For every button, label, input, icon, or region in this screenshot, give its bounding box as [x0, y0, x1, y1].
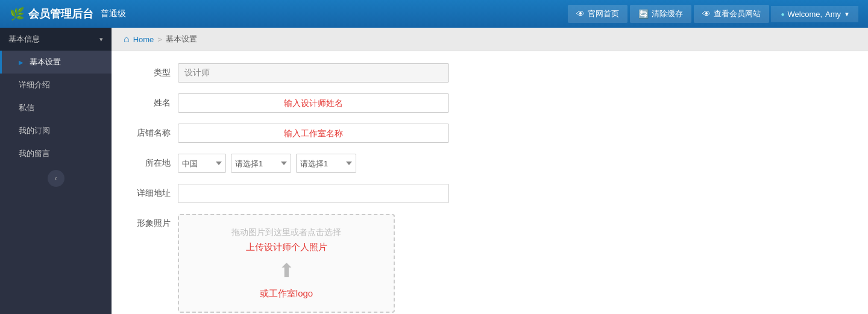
address-label: 详细地址 [130, 184, 178, 199]
sidebar-item-label: 基本设置 [30, 57, 61, 68]
city-select[interactable]: 请选择1 [296, 154, 356, 173]
app-logo: 🌿 会员管理后台 [10, 7, 93, 21]
type-label: 类型 [130, 63, 178, 78]
sidebar-section-basic-info[interactable]: 基本信息 ▾ [0, 28, 112, 51]
user-name: Amy [825, 10, 841, 19]
upload-icon: ⬆ [278, 259, 295, 282]
breadcrumb: ⌂ Home > 基本设置 [112, 28, 868, 51]
basic-settings-form: 类型 姓名 店铺名称 所在地 [112, 51, 868, 314]
sidebar: 基本信息 ▾ ▶ 基本设置 详细介绍 私信 我的订阅 我的留言 ‹ [0, 28, 112, 314]
member-site-button[interactable]: 👁 查看会员网站 [694, 5, 769, 23]
sidebar-section-arrow-icon: ▾ [99, 36, 103, 43]
shop-row: 店铺名称 [130, 124, 850, 143]
shop-label: 店铺名称 [130, 124, 178, 139]
user-dot: ● [781, 11, 784, 17]
sidebar-item-basic-settings[interactable]: ▶ 基本设置 [0, 51, 112, 74]
shop-input[interactable] [178, 124, 449, 143]
member-site-label: 查看会员网站 [714, 8, 761, 19]
sidebar-toggle[interactable]: ‹ [0, 165, 112, 192]
region-select[interactable]: 请选择1 [231, 154, 291, 173]
refresh-icon: 🔄 [638, 9, 649, 19]
address-row: 详细地址 [130, 184, 850, 203]
header: 🌿 会员管理后台 普通级 👁 官网首页 🔄 清除缓存 👁 查看会员网站 ● We… [0, 0, 868, 28]
sidebar-item-detail-intro[interactable]: 详细介绍 [0, 74, 112, 96]
sidebar-section-label: 基本信息 [8, 34, 40, 45]
name-input[interactable] [178, 93, 449, 113]
sidebar-item-label: 私信 [19, 102, 34, 113]
name-label: 姓名 [130, 93, 178, 108]
upload-hint-drag: 拖动图片到这里或者点击选择 [231, 227, 341, 238]
header-nav: 👁 官网首页 🔄 清除缓存 👁 查看会员网站 ● Welcome, Amy ▼ [568, 5, 858, 23]
sidebar-item-messages[interactable]: 私信 [0, 96, 112, 119]
shop-control [178, 124, 449, 143]
sidebar-item-comments[interactable]: 我的留言 [0, 142, 112, 165]
eye-icon: 👁 [576, 9, 585, 19]
photo-control: 拖动图片到这里或者点击选择 上传设计师个人照片 ⬆ 或工作室logo （请上传5… [178, 214, 449, 314]
breadcrumb-home[interactable]: Home [133, 35, 154, 44]
sidebar-item-label: 我的订阅 [19, 125, 50, 136]
dropdown-arrow-icon: ▼ [844, 11, 850, 17]
location-group: 中国 请选择1 请选择1 [178, 154, 449, 173]
official-site-label: 官网首页 [588, 8, 619, 19]
active-arrow-icon: ▶ [19, 59, 24, 66]
official-site-button[interactable]: 👁 官网首页 [568, 5, 627, 23]
address-control [178, 184, 449, 203]
location-row: 所在地 中国 请选择1 请选择1 [130, 154, 850, 173]
name-row: 姓名 [130, 93, 850, 113]
type-input[interactable] [178, 63, 449, 83]
country-select[interactable]: 中国 [178, 154, 226, 173]
clear-cache-label: 清除缓存 [652, 8, 683, 19]
sidebar-item-label: 详细介绍 [19, 80, 50, 90]
layout: 基本信息 ▾ ▶ 基本设置 详细介绍 私信 我的订阅 我的留言 ‹ ⌂ Ho [0, 28, 868, 314]
location-control: 中国 请选择1 请选择1 [178, 154, 449, 173]
app-title: 会员管理后台 [28, 7, 93, 21]
sidebar-collapse-button[interactable]: ‹ [48, 170, 64, 187]
type-row: 类型 [130, 63, 850, 83]
name-control [178, 93, 449, 113]
upload-area[interactable]: 拖动图片到这里或者点击选择 上传设计师个人照片 ⬆ 或工作室logo [178, 214, 395, 313]
view-icon: 👁 [702, 9, 711, 19]
chevron-left-icon: ‹ [55, 174, 57, 183]
user-menu[interactable]: ● Welcome, Amy ▼ [772, 6, 858, 22]
sidebar-item-subscriptions[interactable]: 我的订阅 [0, 119, 112, 142]
logo-icon: 🌿 [10, 7, 25, 21]
photo-label: 形象照片 [130, 214, 178, 229]
sidebar-item-label: 我的留言 [19, 148, 50, 159]
main-content: ⌂ Home > 基本设置 类型 姓名 店铺名称 [112, 28, 868, 314]
upload-hint-logo: 或工作室logo [260, 288, 313, 300]
location-label: 所在地 [130, 154, 178, 169]
breadcrumb-separator: > [157, 35, 162, 44]
breadcrumb-current: 基本设置 [166, 34, 197, 45]
home-icon: ⌂ [124, 34, 130, 45]
app-level: 普通级 [101, 8, 126, 19]
photo-row: 形象照片 拖动图片到这里或者点击选择 上传设计师个人照片 ⬆ 或工作室logo … [130, 214, 850, 314]
upload-hint-designer: 上传设计师个人照片 [246, 242, 327, 253]
welcome-text: Welcome, [788, 10, 823, 19]
header-left: 🌿 会员管理后台 普通级 [10, 7, 126, 21]
address-input[interactable] [178, 184, 449, 203]
type-control [178, 63, 449, 83]
clear-cache-button[interactable]: 🔄 清除缓存 [630, 5, 691, 23]
